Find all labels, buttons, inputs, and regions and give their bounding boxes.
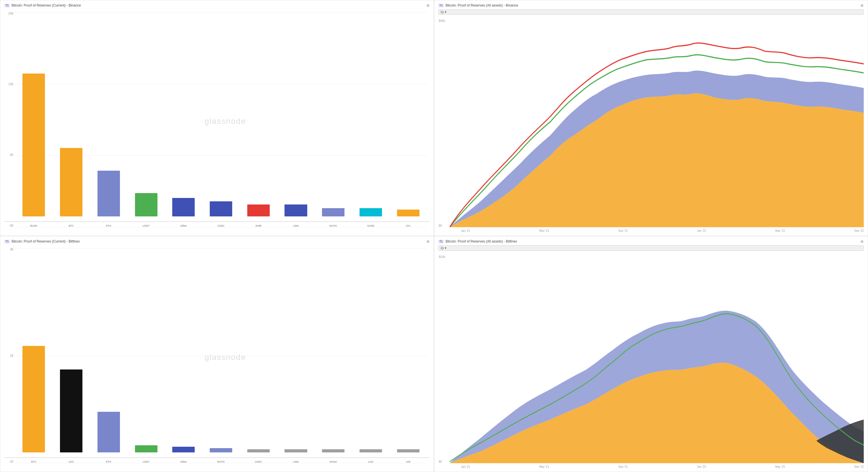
bar-label: LEO [69,460,74,463]
bar-positive [23,346,45,451]
bar-negative [247,216,270,216]
y-axis-area: $10b $0 [439,255,445,463]
bars-group: BTCLEOETHUSDTOtherMATICUSDCLINKMANALDOUN… [15,248,427,463]
bar-col: ETH [90,12,127,227]
bar-col: Other [165,12,203,227]
y-label: $40b [439,19,445,23]
zero-line [4,458,430,458]
zoom-icon[interactable]: ⊕ [860,3,864,8]
y-label: $10b [439,255,445,259]
bar-chart-binance: glassnode 25B 15B 5B -5B BUSDBTCETHUSDTO… [4,9,430,233]
zoom-icon[interactable]: ⊕ [426,239,430,244]
time-btn-binance[interactable]: 2y ▾ [438,9,864,15]
area-chart-binance: $40b $0 Jan '21 May '21 Sep '21 Jan '22 [438,16,864,233]
bar-label: BTC [31,460,36,463]
y-label: $0 [439,224,442,227]
bar-label: BUSD [30,224,37,227]
title-text: Bitcoin: Proof of Reserves (All assets) … [446,3,518,7]
panel-header-binance-all: T1 Bitcoin: Proof of Reserves (All asset… [438,3,864,8]
bar-negative [172,216,195,216]
bar-positive [397,210,420,216]
panel-bitfinex-current: T1 Bitcoin: Proof of Reserves (Current) … [0,236,434,472]
bar-col: USDT [127,248,165,463]
bar-negative [23,451,45,452]
bar-label: SAND [367,224,374,227]
bar-label: BTC [69,224,74,227]
y-axis-area: $40b $0 [439,19,445,227]
bar-chart-bitfinex: glassnode 3B 1B -1B BTCLEOETHUSDTOtherMA… [4,245,430,469]
x-label: Jan '22 [697,229,706,232]
x-label: Sep '21 [618,465,628,468]
title-text: Bitcoin: Proof of Reserves (Current) - B… [12,3,81,7]
time-btn-bitfinex[interactable]: 2y ▾ [438,245,864,251]
panel-binance-all: T1 Bitcoin: Proof of Reserves (All asset… [434,0,868,236]
panel-title-bitfinex-current: T1 Bitcoin: Proof of Reserves (Current) … [4,239,80,243]
bar-negative [97,216,120,216]
bar-negative [210,216,232,216]
bar-label: LDO [368,460,373,463]
bar-col: LDO [352,248,390,463]
bar-col: MANA [315,248,352,463]
panel-title-binance-all: T1 Bitcoin: Proof of Reserves (All asset… [438,3,518,7]
bar-positive [210,448,232,452]
bar-col: LINK [277,248,315,463]
x-label: Jan '21 [461,229,470,232]
zero-line [4,222,430,222]
x-label: Jan '22 [697,465,706,468]
bar-col: DAI [390,12,427,227]
bar-col: USDC [240,248,277,463]
bar-negative [360,216,382,216]
zoom-icon[interactable]: ⊕ [426,3,430,8]
t1-badge: T1 [4,240,10,243]
bar-negative [284,216,307,216]
panel-bitfinex-all: T1 Bitcoin: Proof of Reserves (All asset… [434,236,868,472]
bar-label: USDC [217,224,225,227]
bar-col: USDC [203,12,240,227]
t1-badge: T1 [4,4,10,7]
panel-header-bitfinex-all: T1 Bitcoin: Proof of Reserves (All asset… [438,239,864,244]
bar-col: UNI [390,248,427,463]
bar-positive [135,193,157,215]
bar-col: MATIC [203,248,240,463]
x-label: May '21 [539,465,549,468]
bar-positive [360,449,382,452]
bar-label: MATIC [330,224,337,227]
bar-col: LEO [53,248,90,463]
bar-negative [135,216,157,216]
bar-label: LINK [293,224,299,227]
x-label: Sep '22 [854,465,864,468]
bar-positive [135,445,157,452]
bar-col: ETH [90,248,127,463]
bar-col: LINK [277,12,315,227]
bar-col: Other [165,248,203,463]
title-text: Bitcoin: Proof of Reserves (All assets) … [446,239,517,243]
x-label: May '21 [539,229,549,232]
bar-negative [397,452,420,453]
bar-positive [97,412,120,451]
panel-title-bitfinex-all: T1 Bitcoin: Proof of Reserves (All asset… [438,239,517,243]
bar-positive [23,73,45,215]
bar-positive [284,449,307,452]
bar-positive [60,148,83,215]
bar-positive [60,369,83,451]
bar-label: UNI [406,460,410,463]
bar-negative [60,451,83,452]
bar-label: USDT [143,224,150,227]
bar-negative [60,216,83,216]
bar-negative [172,452,195,453]
bar-negative [135,452,157,453]
bar-negative [210,452,232,453]
bar-positive [172,447,195,452]
t1-badge: T1 [438,4,444,7]
bar-positive [322,208,344,216]
panel-header-bitfinex-current: T1 Bitcoin: Proof of Reserves (Current) … [4,239,430,244]
bar-positive [284,204,307,216]
x-label: May '22 [775,465,785,468]
title-text: Bitcoin: Proof of Reserves (Current) - B… [12,239,80,243]
zoom-icon[interactable]: ⊕ [860,239,864,244]
x-label: May '22 [775,229,785,232]
bar-positive [97,171,120,216]
bar-label: Other [181,224,187,227]
bar-label: ETH [106,460,111,463]
bar-negative [97,451,120,452]
